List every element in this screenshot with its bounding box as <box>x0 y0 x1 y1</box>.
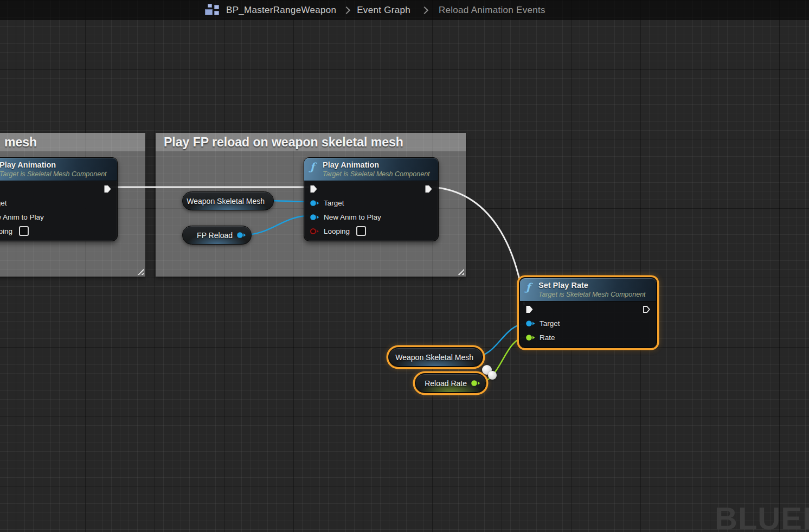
variable-label: Weapon Skeletal Mesh <box>187 197 265 206</box>
breadcrumb: BP_MasterRangeWeapon Event Graph Reload … <box>205 0 545 20</box>
exec-out-pin[interactable] <box>425 185 433 193</box>
variable-label: Reload Rate <box>425 379 467 388</box>
blueprint-watermark: BLUEPRINT <box>715 500 809 532</box>
node-title: Set Play Rate <box>538 280 651 290</box>
rate-pin[interactable] <box>525 334 535 341</box>
pin-label-looping: Looping <box>0 227 12 235</box>
node-set-play-rate[interactable]: ƒ Set Play Rate Target is Skeletal Mesh … <box>519 278 657 348</box>
variable-reload-rate[interactable]: Reload Rate <box>415 374 486 393</box>
new-anim-pin[interactable] <box>310 214 319 221</box>
exec-in-pin[interactable] <box>310 185 318 193</box>
variable-label: Weapon Skeletal Mesh <box>395 353 473 362</box>
looping-checkbox[interactable] <box>356 226 366 236</box>
node-play-animation-fp[interactable]: ƒ Play Animation Target is Skeletal Mesh… <box>304 157 439 241</box>
node-header[interactable]: ƒ Set Play Rate Target is Skeletal Mesh … <box>520 278 656 302</box>
node-title: Play Animation <box>0 160 112 170</box>
pin-label-looping: Looping <box>324 227 350 235</box>
output-pin[interactable] <box>471 380 480 387</box>
variable-fp-reload[interactable]: FP Reload <box>182 226 252 245</box>
looping-checkbox[interactable] <box>19 226 29 236</box>
exec-out-pin[interactable] <box>104 185 112 193</box>
breadcrumb-separator-icon <box>343 6 350 14</box>
wire-bubble <box>488 371 497 380</box>
node-title: Play Animation <box>323 160 433 170</box>
comment-header[interactable]: Play FP reload on weapon skeletal mesh <box>156 133 466 151</box>
exec-in-pin[interactable] <box>525 305 534 313</box>
exec-out-pin[interactable] <box>643 305 651 313</box>
comment-title: Play FP reload on weapon skeletal mesh <box>164 135 403 150</box>
breadcrumb-separator-icon <box>421 6 428 14</box>
variable-weapon-skeletal-mesh-2[interactable]: Weapon Skeletal Mesh <box>389 348 483 367</box>
variable-weapon-skeletal-mesh[interactable]: Weapon Skeletal Mesh <box>182 191 274 210</box>
breadcrumb-item-reload-events[interactable]: Reload Animation Events <box>439 5 545 16</box>
variable-label: FP Reload <box>197 231 233 240</box>
wire-wsm2-to-target <box>475 324 525 357</box>
function-icon: ƒ <box>310 161 314 172</box>
pin-label-target: Target <box>0 199 7 207</box>
output-pin[interactable] <box>236 232 246 239</box>
function-icon: ƒ <box>526 281 530 293</box>
node-subtitle: Target is Skeletal Mesh Component <box>0 170 112 178</box>
target-pin[interactable] <box>310 200 319 207</box>
node-subtitle: Target is Skeletal Mesh Component <box>538 290 651 299</box>
breadcrumb-item-blueprint[interactable]: BP_MasterRangeWeapon <box>226 5 336 16</box>
pin-label-target: Target <box>324 199 344 207</box>
pin-label-rate: Rate <box>540 334 555 342</box>
target-pin[interactable] <box>525 320 535 327</box>
blueprint-event-graph[interactable]: BLUEPRINT mesh Play FP reload on weapon … <box>0 0 809 532</box>
blueprint-icon <box>205 4 220 16</box>
node-header[interactable]: Play Animation Target is Skeletal Mesh C… <box>0 158 117 181</box>
node-subtitle: Target is Skeletal Mesh Component <box>323 170 433 178</box>
looping-pin[interactable] <box>310 228 319 235</box>
node-header[interactable]: ƒ Play Animation Target is Skeletal Mesh… <box>304 158 438 181</box>
pin-label-new-anim: New Anim to Play <box>0 213 44 221</box>
comment-header[interactable]: mesh <box>0 133 145 151</box>
wire-reloadrate-to-rate <box>479 337 525 383</box>
pin-label-target: Target <box>540 319 560 328</box>
comment-title: mesh <box>4 135 37 150</box>
breadcrumb-item-event-graph[interactable]: Event Graph <box>357 5 410 16</box>
breadcrumb-bar: BP_MasterRangeWeapon Event Graph Reload … <box>0 0 809 20</box>
pin-label-new-anim: New Anim to Play <box>324 213 381 221</box>
node-play-animation-left[interactable]: Play Animation Target is Skeletal Mesh C… <box>0 157 118 241</box>
